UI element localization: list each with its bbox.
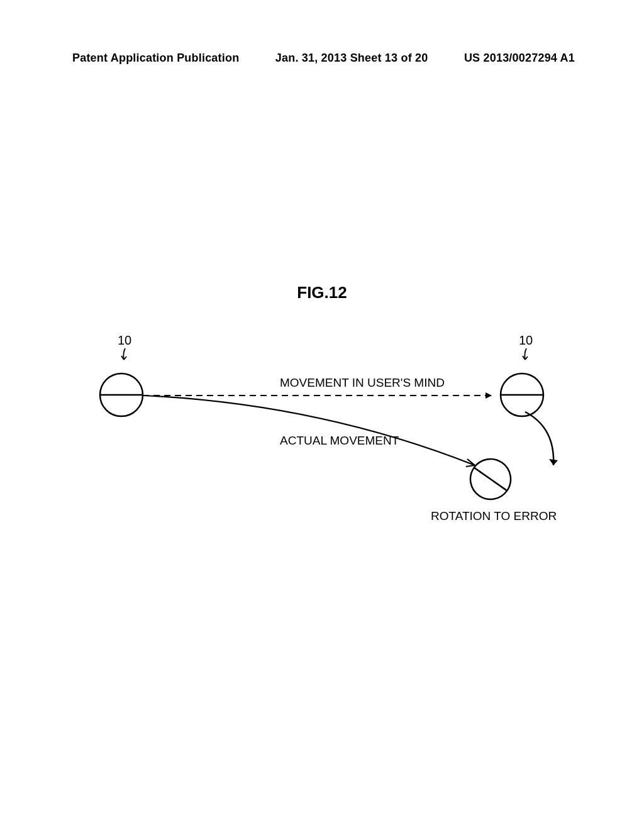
header-patent-number: US 2013/0027294 A1 (464, 52, 575, 65)
rotation-error-label: ROTATION TO ERROR (431, 509, 557, 523)
users-mind-label: MOVEMENT IN USER'S MIND (280, 376, 445, 390)
reference-arrow-left-icon (119, 347, 131, 366)
actual-movement-label: ACTUAL MOVEMENT (280, 434, 399, 448)
reference-number-left: 10 (118, 333, 131, 348)
page-header: Patent Application Publication Jan. 31, … (0, 52, 644, 65)
figure-diagram: 10 10 MOVEMENT IN USER (91, 333, 560, 534)
header-publication: Patent Application Publication (72, 52, 239, 65)
reference-number-right: 10 (519, 333, 533, 348)
rotation-error-arrow-icon (519, 409, 569, 478)
reference-arrow-right-icon (520, 347, 533, 366)
header-date-sheet: Jan. 31, 2013 Sheet 13 of 20 (275, 52, 428, 65)
figure-title: FIG.12 (297, 283, 347, 302)
device-start-position-icon (96, 370, 147, 420)
